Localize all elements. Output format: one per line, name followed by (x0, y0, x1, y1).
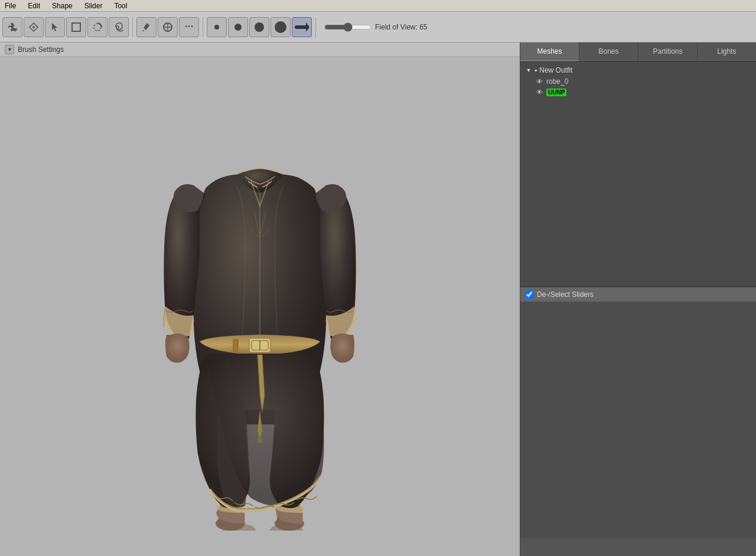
cursor-tool[interactable] (45, 17, 65, 37)
menu-file[interactable]: File (2, 2, 18, 10)
move-tool[interactable] (2, 17, 22, 37)
fov-value: 65 (419, 23, 427, 31)
tree-panel: ▼ ▪ New Outfit 👁 robe_0 👁 UUNP (520, 62, 756, 286)
svg-marker-10 (306, 22, 309, 32)
inflate-tool[interactable] (158, 17, 178, 37)
slider-section: De-/Select Sliders (520, 287, 756, 538)
brush-settings-label: Brush Settings (18, 45, 64, 54)
brush-size-md[interactable] (249, 17, 269, 37)
menu-shape[interactable]: Shape (50, 2, 75, 10)
outfit-icon: ▪ (535, 66, 537, 74)
separator3 (315, 17, 316, 37)
collapse-icon[interactable]: ▼ (525, 67, 532, 74)
eye-icon-uunp[interactable]: 👁 (535, 88, 544, 96)
deselect-sliders-label: De-/Select Sliders (537, 290, 594, 299)
circle-select-tool[interactable] (87, 17, 107, 37)
svg-point-7 (255, 22, 264, 32)
brush-size-sm[interactable] (228, 17, 248, 37)
dots-tool[interactable]: ··· (179, 17, 199, 37)
menu-slider[interactable]: Slider (82, 2, 105, 10)
deselect-sliders-checkbox[interactable] (525, 290, 533, 299)
paint-tool[interactable] (136, 17, 157, 37)
separator2 (203, 17, 203, 37)
svg-point-1 (32, 26, 35, 28)
fov-label: Field of View: 65 (375, 23, 428, 31)
separator1 (132, 17, 133, 37)
slider-content (520, 302, 756, 538)
main-layout: ▾ Brush Settings (0, 42, 756, 556)
right-panel: Meshes Bones Partitions Lights ▼ ▪ New O… (520, 42, 756, 556)
svg-rect-2 (72, 23, 80, 31)
brush-settings-bar: ▾ Brush Settings (0, 42, 520, 57)
menubar: File Edit Shape Slider Tool (0, 0, 756, 12)
svg-point-6 (234, 24, 242, 31)
menu-tool[interactable]: Tool (112, 2, 129, 10)
uunp-badge: UUNP (546, 89, 566, 96)
fov-area: Field of View: 65 (324, 23, 428, 31)
tree-root-label: New Outfit (539, 66, 572, 74)
viewport[interactable]: ▾ Brush Settings (0, 42, 520, 556)
robe-label: robe_0 (546, 77, 568, 86)
second-tool[interactable] (24, 17, 44, 37)
svg-point-3 (94, 24, 101, 31)
brush-size-xs[interactable] (207, 17, 227, 37)
lasso-tool[interactable] (109, 17, 129, 37)
model-3d (118, 82, 402, 531)
svg-point-8 (275, 21, 286, 33)
brush-size-lg[interactable] (271, 17, 291, 37)
tree-item-robe[interactable]: 👁 robe_0 (523, 76, 754, 87)
tab-bar: Meshes Bones Partitions Lights (520, 42, 756, 62)
tree-item-uunp[interactable]: 👁 UUNP (523, 87, 754, 97)
model-area (0, 57, 520, 556)
lights-tab[interactable]: Lights (698, 42, 756, 61)
toolbar: ··· Field of View: 65 (0, 12, 756, 42)
svg-marker-0 (8, 22, 17, 32)
svg-rect-20 (233, 339, 238, 351)
eye-icon-robe[interactable]: 👁 (535, 77, 544, 86)
rect-select-tool[interactable] (66, 17, 86, 37)
bones-tab[interactable]: Bones (579, 42, 638, 61)
meshes-tab[interactable]: Meshes (520, 42, 579, 61)
partitions-tab[interactable]: Partitions (638, 42, 698, 61)
menu-edit[interactable]: Edit (25, 2, 43, 10)
fov-slider[interactable] (324, 23, 372, 31)
brush-mode-btn[interactable] (292, 17, 312, 37)
tree-root-outfit[interactable]: ▼ ▪ New Outfit (523, 64, 754, 76)
brush-settings-chevron[interactable]: ▾ (5, 45, 14, 54)
svg-point-5 (214, 25, 219, 30)
svg-point-21 (258, 437, 262, 443)
slider-header: De-/Select Sliders (520, 287, 756, 302)
